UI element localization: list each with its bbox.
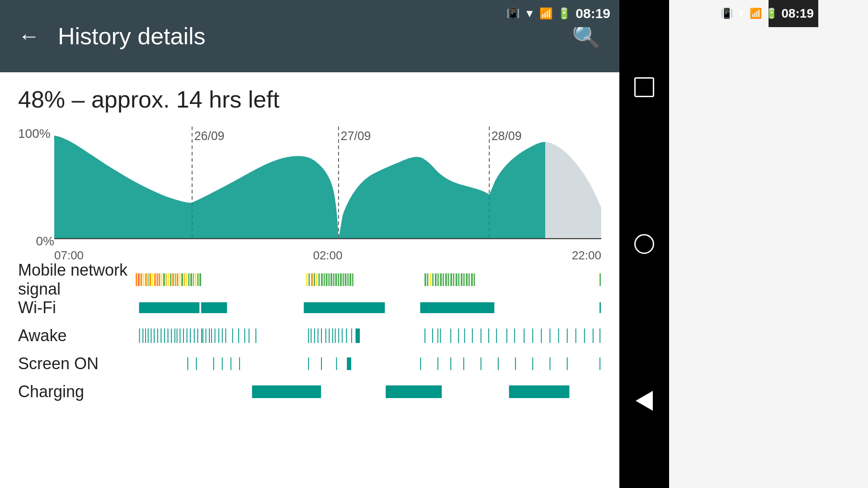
svg-rect-58: [427, 273, 429, 286]
svg-rect-43: [321, 273, 323, 286]
svg-rect-151: [593, 328, 594, 343]
svg-rect-87: [151, 328, 151, 343]
svg-rect-8: [136, 273, 137, 286]
network-signal-svg: [136, 272, 601, 288]
svg-rect-155: [213, 357, 214, 370]
svg-rect-85: [145, 328, 146, 343]
svg-text:26/09: 26/09: [194, 128, 225, 143]
svg-rect-141: [506, 328, 507, 343]
svg-rect-86: [148, 328, 149, 343]
activity-row-awake: Awake: [18, 323, 601, 349]
svg-rect-133: [440, 328, 441, 343]
svg-rect-35: [197, 273, 198, 286]
activity-row-network: Mobile network signal: [18, 267, 601, 293]
svg-rect-57: [425, 273, 426, 286]
svg-rect-143: [524, 328, 524, 343]
svg-rect-166: [463, 357, 464, 370]
svg-rect-175: [386, 385, 442, 398]
back-nav-button[interactable]: [631, 387, 658, 414]
status-bar: 📳 ▼ 📶 🔋 08:19: [479, 0, 619, 27]
svg-rect-52: [343, 273, 344, 286]
svg-rect-107: [215, 328, 216, 343]
svg-rect-159: [308, 357, 309, 370]
recent-apps-button[interactable]: [631, 74, 658, 101]
svg-rect-51: [340, 273, 342, 286]
svg-rect-148: [567, 328, 568, 343]
home-button[interactable]: [631, 230, 658, 258]
svg-rect-68: [453, 273, 454, 286]
page-title: History details: [58, 23, 206, 50]
svg-rect-100: [194, 328, 195, 343]
android-nav: 📳 ▼ 📶 🔋 08:19: [619, 0, 669, 488]
svg-rect-69: [456, 273, 458, 286]
svg-rect-77: [599, 273, 601, 286]
svg-rect-88: [154, 328, 155, 343]
svg-rect-128: [351, 328, 352, 343]
svg-rect-34: [195, 273, 197, 286]
svg-rect-49: [335, 273, 337, 286]
activity-bars-network: [136, 272, 601, 288]
activity-label-wifi: Wi-Fi: [18, 298, 136, 317]
svg-rect-149: [576, 328, 576, 343]
time-display: 08:19: [781, 6, 814, 21]
svg-rect-93: [171, 328, 172, 343]
svg-rect-126: [342, 328, 343, 343]
svg-rect-165: [450, 357, 451, 370]
svg-rect-91: [164, 328, 165, 343]
svg-rect-135: [458, 328, 459, 343]
svg-rect-103: [203, 328, 203, 343]
charging-svg: [136, 384, 601, 400]
svg-rect-125: [338, 328, 339, 343]
svg-rect-33: [193, 273, 194, 286]
svg-rect-28: [181, 273, 183, 286]
svg-rect-137: [472, 328, 473, 343]
svg-rect-105: [209, 328, 210, 343]
svg-rect-90: [160, 328, 161, 343]
svg-rect-24: [172, 273, 174, 286]
activity-label-network: Mobile network signal: [18, 261, 136, 299]
svg-rect-99: [190, 328, 191, 343]
wifi-status-icon: ▼: [736, 8, 746, 19]
battery-svg: 26/09 27/09 28/09: [54, 127, 601, 249]
svg-rect-108: [218, 328, 219, 343]
svg-rect-9: [138, 273, 140, 286]
svg-rect-30: [186, 273, 188, 286]
battery-status-icon: 🔋: [557, 7, 571, 20]
svg-rect-92: [168, 328, 169, 343]
svg-rect-46: [328, 273, 330, 286]
activity-label-screen: Screen ON: [18, 354, 136, 373]
svg-rect-65: [445, 273, 447, 286]
svg-rect-29: [184, 273, 185, 286]
svg-rect-134: [450, 328, 451, 343]
svg-rect-89: [157, 328, 158, 343]
recent-apps-icon: [634, 77, 654, 97]
vibrate-icon: 📳: [721, 8, 733, 19]
svg-rect-76: [474, 273, 475, 286]
svg-rect-118: [314, 328, 315, 343]
signal-icon: 📶: [750, 8, 762, 19]
svg-rect-16: [154, 273, 156, 286]
svg-rect-142: [514, 328, 515, 343]
svg-rect-127: [346, 328, 347, 343]
svg-rect-113: [244, 328, 245, 343]
svg-rect-161: [336, 357, 337, 370]
svg-rect-101: [197, 328, 198, 343]
svg-rect-152: [599, 328, 600, 343]
svg-rect-55: [349, 273, 351, 286]
svg-rect-167: [481, 357, 481, 370]
svg-rect-73: [466, 273, 468, 286]
svg-rect-19: [161, 273, 162, 286]
svg-rect-158: [239, 357, 240, 370]
svg-rect-48: [333, 273, 335, 286]
svg-rect-116: [308, 328, 309, 343]
svg-rect-173: [599, 357, 600, 370]
svg-rect-121: [326, 328, 326, 343]
svg-text:27/09: 27/09: [341, 128, 371, 143]
svg-rect-114: [249, 328, 250, 343]
back-button[interactable]: ←: [18, 25, 40, 47]
svg-rect-102: [201, 328, 202, 343]
screen-svg: [136, 356, 601, 372]
svg-rect-140: [496, 328, 497, 343]
svg-rect-109: [222, 328, 223, 343]
svg-rect-129: [355, 328, 360, 343]
